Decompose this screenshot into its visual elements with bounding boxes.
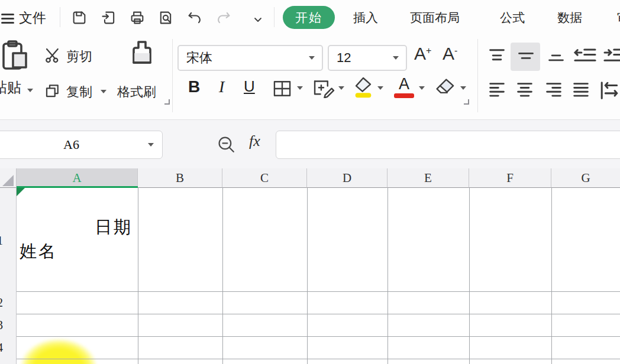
clear-icon[interactable] [433,77,458,102]
font-name-combo[interactable]: 宋体 [177,45,323,71]
column-header-e[interactable]: E [388,168,469,188]
wrap-text-icon[interactable] [599,80,620,103]
draw-border-dropdown[interactable] [338,86,344,90]
column-header-a[interactable]: A [17,168,138,188]
increase-font-size-button[interactable]: A+ [414,44,431,64]
column-header-b[interactable]: B [138,168,222,188]
copy-dropdown[interactable] [101,90,106,93]
row-header-3[interactable]: 3 [0,318,6,332]
row-header-4[interactable]: 4 [0,341,6,355]
search-function-icon[interactable] [217,135,237,157]
column-header-c[interactable]: C [222,168,307,188]
print-preview-icon[interactable] [157,9,174,26]
row-header-1[interactable]: 1 [0,234,6,248]
tab-insert[interactable]: 插入 [353,9,378,26]
cut-icon[interactable] [44,46,62,66]
align-middle-icon[interactable] [516,47,535,67]
gridline [222,188,223,364]
column-header-g[interactable]: G [551,168,620,188]
menu-tab-bar: 文件 开始 插入 页面布局 公式 数据 审阅 [0,0,620,34]
underline-button[interactable]: U [244,77,255,96]
font-size-value: 12 [329,50,393,66]
cell-a1-name-label[interactable]: 姓名 [20,240,57,264]
undo-icon[interactable] [186,9,203,26]
clear-dropdown[interactable] [460,86,466,90]
increase-indent-icon[interactable] [602,46,620,69]
gridline [17,291,620,292]
font-group-expander[interactable] [464,99,469,105]
decrease-indent-icon[interactable] [573,46,598,69]
gridline [388,188,388,364]
more-chevron-icon[interactable] [253,15,263,26]
tab-formulas[interactable]: 公式 [500,9,525,26]
save-icon[interactable] [71,9,88,26]
ribbon-home: 粘贴 剪切 复制 格式刷 宋体 12 A+ A- [0,34,620,120]
decrease-font-size-button[interactable]: A- [443,44,457,64]
gridline [307,188,308,364]
file-menu[interactable]: 文件 [19,9,46,27]
paste-button[interactable]: 粘贴 [0,78,43,97]
fill-color-dropdown[interactable] [377,86,383,90]
name-box-value: A6 [0,137,148,152]
align-top-icon[interactable] [487,47,506,67]
format-painter-icon[interactable] [131,40,153,77]
font-name-dropdown[interactable] [309,56,315,60]
copy-icon[interactable] [44,82,62,102]
wps-spreadsheet-window: 文件 开始 插入 页面布局 公式 数据 审阅 [0,0,620,364]
name-box-dropdown[interactable] [148,143,154,147]
draw-border-icon[interactable] [312,78,335,100]
divider [60,7,60,27]
font-color-icon[interactable]: A [394,76,414,98]
italic-button[interactable]: I [219,77,224,96]
gridline [551,188,552,364]
tab-home[interactable]: 开始 [283,6,335,29]
name-box[interactable]: A6 [0,131,163,159]
align-right-icon[interactable] [544,80,563,103]
borders-dropdown[interactable] [297,86,303,90]
select-all-triangle-icon [2,175,14,186]
borders-icon[interactable] [272,79,292,100]
menu-icon[interactable] [1,11,14,23]
paste-icon[interactable] [0,39,30,74]
tab-review-clipped[interactable]: 审阅 [617,9,620,26]
formula-bar: A6 fx [0,120,620,168]
clipboard-group-expander[interactable] [164,99,170,105]
gridline [17,336,620,337]
redo-icon[interactable] [215,9,232,26]
cell-a1-date-label[interactable]: 日期 [95,216,133,239]
divider [172,39,173,112]
fill-color-icon[interactable] [351,76,375,102]
selected-column-underline [17,186,138,188]
row-header-strip[interactable]: 1 2 3 4 5 [0,188,17,364]
row-header-2[interactable]: 2 [0,296,6,310]
copy-button[interactable]: 复制 [66,83,92,101]
print-icon[interactable] [129,9,146,26]
font-name-value: 宋体 [179,49,309,67]
gridline [17,314,620,314]
format-painter-button[interactable]: 格式刷 [117,83,156,101]
font-size-combo[interactable]: 12 [328,45,407,71]
align-bottom-icon[interactable] [547,47,566,67]
cut-button[interactable]: 剪切 [66,48,92,66]
column-header-d[interactable]: D [307,168,388,188]
align-center-icon[interactable] [515,80,534,103]
font-size-dropdown[interactable] [393,56,399,60]
tab-page-layout[interactable]: 页面布局 [410,9,460,26]
highlight-annotation [20,338,98,364]
gridline [138,188,138,364]
export-icon[interactable] [101,9,117,26]
bold-button[interactable]: B [188,77,200,96]
select-all-corner[interactable] [0,168,17,188]
spreadsheet-grid: A B C D E F G 1 2 3 4 5 日期 姓名 [0,168,620,364]
divider [477,39,478,112]
formula-input[interactable] [276,131,620,159]
fx-icon[interactable]: fx [249,132,260,150]
gridline [17,359,620,359]
column-header-f[interactable]: F [469,168,551,188]
justify-icon[interactable] [571,80,590,103]
align-left-icon[interactable] [487,80,506,103]
tab-data[interactable]: 数据 [557,9,582,26]
divider [274,7,275,27]
font-color-dropdown[interactable] [419,86,425,90]
gridline [469,188,470,364]
